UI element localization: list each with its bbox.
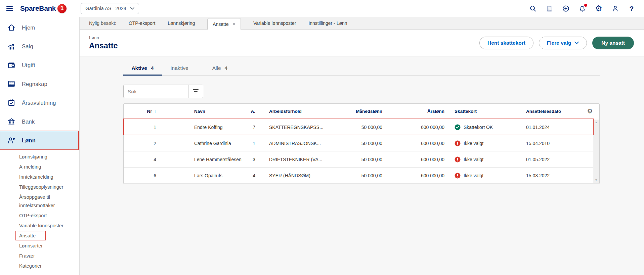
col-header-nr[interactable]: Nr↑: [124, 109, 166, 114]
sidebar-item-arsavslutning[interactable]: Årsavslutning: [0, 93, 79, 112]
subnav-fravaer[interactable]: Fravær: [0, 251, 79, 261]
status-error-icon: [455, 140, 461, 146]
filter-icon: [193, 89, 199, 90]
search-icon[interactable]: [528, 4, 537, 13]
hent-skattekort-button[interactable]: Hent skattekort: [479, 37, 533, 49]
recent-tab-lonnskjoring[interactable]: Lønnskjøring: [168, 20, 195, 26]
search-group: [123, 85, 203, 98]
col-header-arbeidsforhold[interactable]: Arbeidsforhold: [258, 109, 344, 114]
tab-count: 4: [151, 65, 154, 71]
calendar-check-icon: [7, 98, 16, 107]
table-scrollbar[interactable]: ▲ ▼: [593, 120, 599, 183]
col-header-manedslonn[interactable]: Månedslønn: [344, 109, 392, 114]
tab-aktive[interactable]: Aktive4: [123, 65, 162, 76]
sidebar-item-bank[interactable]: Bank: [0, 112, 79, 131]
subnav-variable-lonnsposter[interactable]: Variable lønnsposter: [0, 221, 79, 231]
topbar: SpareBank 1 Gardinia AS 2024: [0, 0, 644, 17]
sidebar-subnav: Lønnskjøring A-melding Inntektsmelding T…: [0, 150, 79, 271]
brand-logo[interactable]: SpareBank 1: [20, 4, 67, 13]
company-year: 2024: [116, 6, 126, 11]
subnav-lonnskjoring[interactable]: Lønnskjøring: [0, 152, 79, 162]
col-header-navn[interactable]: Navn: [166, 109, 243, 114]
add-circle-icon[interactable]: [561, 4, 570, 13]
recent-tab-variable-lonnsposter[interactable]: Variable lønnsposter: [253, 20, 296, 26]
col-header-skattekort[interactable]: Skattekort: [448, 109, 518, 114]
topbar-icons: ⚙ ?: [528, 4, 637, 13]
subnav-otp-eksport[interactable]: OTP-eksport: [0, 211, 79, 221]
payroll-person-icon: [7, 136, 16, 145]
sidebar-item-label: Salg: [22, 43, 33, 50]
sidebar-item-salg[interactable]: Salg: [0, 37, 79, 56]
subnav-ansatte[interactable]: Ansatte: [0, 231, 79, 241]
employees-table: Nr↑ Navn A. Arbeidsforhold Månedslønn År…: [123, 103, 600, 184]
company-name: Gardinia AS: [85, 6, 111, 11]
sidebar-item-label: Regnskap: [22, 81, 47, 87]
breadcrumb: Lønn: [89, 35, 118, 40]
filter-tabs: Aktive4 Inaktive Alle4: [123, 65, 600, 76]
recent-tabs-strip: Nylig besøkt: OTP-eksport Lønnskjøring A…: [80, 17, 644, 30]
recent-tab-innstillinger-lonn[interactable]: Innstillinger - Lønn: [308, 20, 347, 26]
search-input[interactable]: [124, 85, 188, 98]
home-icon: [7, 23, 16, 32]
chevron-down-icon: [130, 7, 134, 10]
page-title: Ansatte: [89, 41, 118, 50]
sidebar-item-hjem[interactable]: Hjem: [0, 18, 79, 37]
help-icon[interactable]: ?: [627, 4, 636, 13]
subnav-kategorier[interactable]: Kategorier: [0, 261, 79, 271]
subnav-tilleggsopplysninger[interactable]: Tilleggsopplysninger: [0, 182, 79, 192]
tab-inaktive[interactable]: Inaktive: [162, 65, 201, 76]
page-header: Lønn Ansatte Hent skattekort Flere valg …: [80, 30, 644, 56]
subnav-arsoppgave[interactable]: Årsoppgave til inntektsmottaker: [0, 192, 79, 211]
sidebar-item-label: Lønn: [22, 137, 36, 144]
notifications-bell-icon[interactable]: [578, 4, 587, 13]
sidebar-item-lonn[interactable]: Lønn: [0, 131, 79, 150]
profile-person-icon[interactable]: [611, 4, 619, 13]
tab-alle[interactable]: Alle4: [201, 65, 239, 76]
table-header-row: Nr↑ Navn A. Arbeidsforhold Månedslønn År…: [124, 104, 599, 119]
building-icon[interactable]: [545, 4, 554, 13]
table-row[interactable]: 1 Endre Koffing 7 SKATTEREGNSKAPSS... 50…: [124, 119, 599, 135]
sidebar-item-regnskap[interactable]: Regnskap: [0, 75, 79, 93]
tab-count: 4: [225, 65, 228, 71]
column-settings-gear-icon[interactable]: ⚙: [581, 107, 599, 115]
flere-valg-button[interactable]: Flere valg: [539, 37, 587, 49]
recent-tab-otp-eksport[interactable]: OTP-eksport: [129, 20, 155, 26]
bank-icon: [7, 117, 16, 126]
company-selector[interactable]: Gardinia AS 2024: [81, 3, 139, 14]
subnav-a-melding[interactable]: A-melding: [0, 162, 79, 172]
sidebar-item-label: Hjem: [22, 25, 35, 31]
col-header-arslonn[interactable]: Årslønn: [392, 109, 448, 114]
status-error-icon: [455, 156, 461, 163]
content-area: Aktive4 Inaktive Alle4: [80, 56, 644, 275]
table-row[interactable]: 2 Cathrine Gardinia 1 ADMINISTRASJONSK..…: [124, 135, 599, 151]
hamburger-menu-icon[interactable]: [5, 3, 15, 13]
scroll-down-icon[interactable]: ▼: [595, 179, 598, 182]
table-row[interactable]: 6 Lars Opalrufs 4 SYER (HÅNDSØM) 50 000,…: [124, 168, 599, 184]
status-ok-icon: [455, 124, 461, 130]
subnav-inntektsmelding[interactable]: Inntektsmelding: [0, 172, 79, 182]
wallet-icon: [7, 61, 16, 70]
col-header-a[interactable]: A.: [243, 109, 258, 114]
table-row[interactable]: 4 Lene Hammerstålesen 3 DRIFTSTEKNIKER (…: [124, 151, 599, 168]
filter-button[interactable]: [188, 85, 203, 98]
brand-badge-1: 1: [57, 4, 67, 13]
sidebar-item-label: Bank: [22, 119, 35, 125]
sales-chart-icon: [7, 42, 16, 51]
sidebar: Hjem Salg Utgift Regnskap Årsavslutning …: [0, 17, 80, 275]
sidebar-item-label: Årsavslutning: [22, 100, 56, 106]
recent-tab-ansatte-active[interactable]: Ansatte ×: [207, 18, 241, 30]
col-header-ansettelsesdato[interactable]: Ansettelsesdato: [518, 109, 581, 114]
settings-gear-icon[interactable]: ⚙: [594, 4, 603, 13]
sort-asc-icon: ↑: [154, 109, 157, 114]
recent-label: Nylig besøkt:: [89, 20, 116, 26]
app-window: SpareBank 1 Gardinia AS 2024: [0, 0, 644, 275]
sidebar-item-label: Utgift: [22, 62, 35, 68]
scroll-up-icon[interactable]: ▲: [595, 121, 598, 124]
subnav-lonnsarter[interactable]: Lønnsarter: [0, 241, 79, 251]
sidebar-item-utgift[interactable]: Utgift: [0, 56, 79, 75]
brand-name: SpareBank: [20, 4, 56, 12]
status-error-icon: [455, 173, 461, 179]
close-tab-icon[interactable]: ×: [232, 21, 235, 27]
notification-badge-dot: [584, 4, 587, 7]
ny-ansatt-button[interactable]: Ny ansatt: [592, 37, 634, 49]
